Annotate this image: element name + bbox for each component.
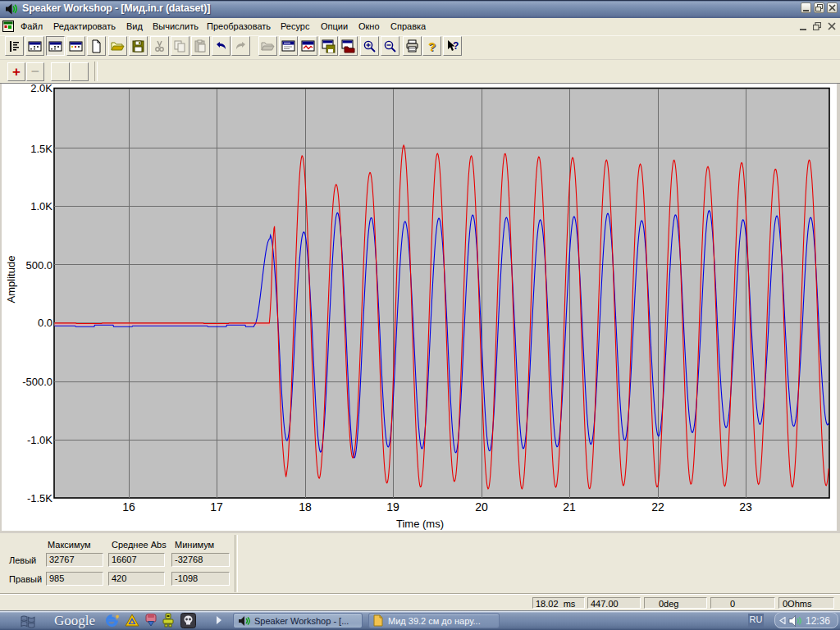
svg-text:?: ? xyxy=(453,40,459,52)
